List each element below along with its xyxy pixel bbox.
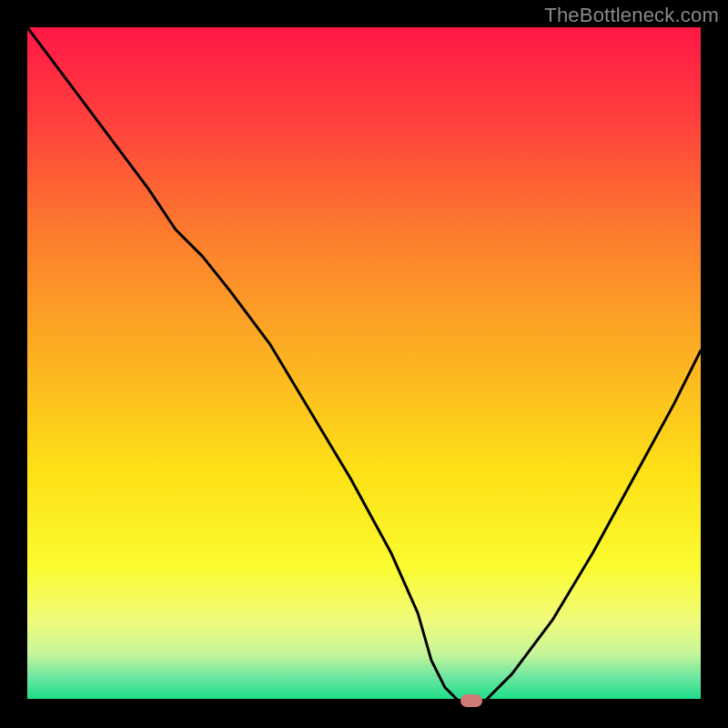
plot-area bbox=[27, 27, 701, 701]
gradient-background bbox=[27, 27, 701, 701]
plot-svg bbox=[27, 27, 701, 701]
optimum-marker bbox=[460, 694, 482, 707]
watermark-text: TheBottleneck.com bbox=[544, 4, 719, 27]
chart-frame: TheBottleneck.com bbox=[0, 0, 728, 728]
